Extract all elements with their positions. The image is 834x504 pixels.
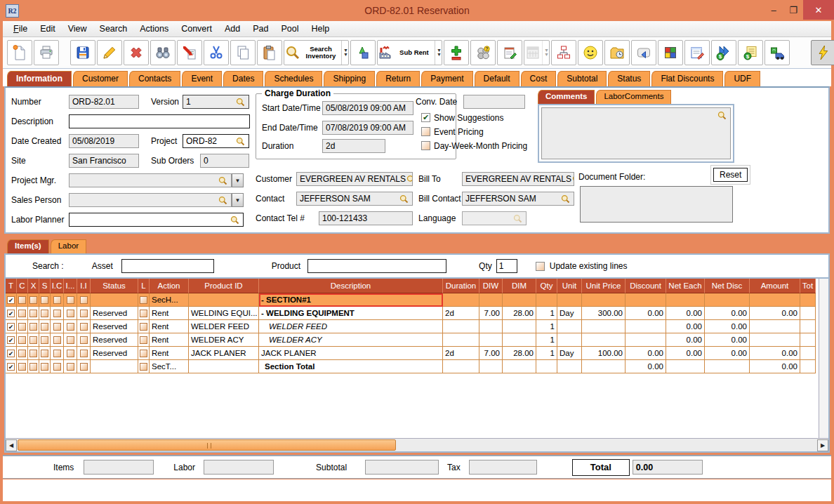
- row-checkbox-ic[interactable]: [53, 336, 61, 344]
- smiley-icon[interactable]: [578, 40, 603, 65]
- row-checkbox-x[interactable]: [29, 336, 37, 344]
- cell-qty[interactable]: 1: [536, 320, 557, 333]
- cell-discount[interactable]: 0.00: [626, 360, 666, 373]
- menu-help[interactable]: Help: [305, 22, 336, 35]
- tab-dates[interactable]: Dates: [223, 71, 263, 86]
- bill-contact-field[interactable]: JEFFERSON SAM: [462, 192, 574, 206]
- cell-diw[interactable]: [479, 320, 503, 333]
- row-checkbox-s[interactable]: [41, 323, 48, 331]
- column-header-status[interactable]: Status: [91, 279, 138, 293]
- row-checkbox-i2[interactable]: [67, 336, 74, 344]
- menu-pad[interactable]: Pad: [246, 22, 274, 35]
- tab-flat-discounts[interactable]: Flat Discounts: [651, 71, 723, 86]
- cell-action[interactable]: Rent: [150, 320, 189, 333]
- cell-unit[interactable]: [557, 293, 582, 307]
- cell-product_id[interactable]: WELDING EQUI...: [189, 307, 259, 320]
- row-checkbox-c[interactable]: [18, 363, 26, 371]
- cell-product_id[interactable]: WELDER ACY: [189, 333, 259, 347]
- row-checkbox-i2[interactable]: [67, 350, 74, 357]
- dropdown-arrow-icon[interactable]: ▼▼: [435, 41, 442, 65]
- cell-qty[interactable]: [536, 360, 557, 373]
- row-checkbox-ii[interactable]: [80, 336, 88, 344]
- dropdown-arrow-icon[interactable]: ▼▼: [542, 41, 549, 65]
- lookup-icon[interactable]: [218, 195, 228, 206]
- column-header-unit[interactable]: Unit: [557, 279, 582, 293]
- column-header-ii[interactable]: I.I: [77, 279, 91, 293]
- cell-net_disc[interactable]: 0.00: [705, 320, 750, 333]
- cell-description[interactable]: - WELDING EQUIPMENT: [259, 307, 443, 320]
- cell-qty[interactable]: 1: [536, 333, 557, 347]
- scroll-left-icon[interactable]: ◀: [6, 439, 17, 451]
- row-checkbox-i2[interactable]: [67, 323, 74, 331]
- cell-net_disc[interactable]: [705, 293, 750, 307]
- row-checkbox-t[interactable]: ✔: [7, 296, 15, 304]
- sales-person-dropdown[interactable]: ▼: [232, 193, 244, 207]
- delete-icon[interactable]: [124, 40, 149, 65]
- cell-product_id[interactable]: [189, 293, 259, 307]
- tab-item-s-[interactable]: Item(s): [7, 239, 49, 253]
- row-checkbox-x[interactable]: [29, 296, 37, 304]
- invoice-dollar-icon[interactable]: $: [738, 40, 763, 65]
- tab-udf[interactable]: UDF: [724, 71, 760, 86]
- cell-discount[interactable]: [626, 293, 666, 307]
- calendar-disabled-icon[interactable]: ▼▼: [524, 40, 550, 65]
- row-checkbox-s[interactable]: [41, 310, 48, 317]
- cell-net_each[interactable]: [666, 360, 705, 373]
- column-header-net_each[interactable]: Net Each: [666, 279, 705, 293]
- duration-field[interactable]: 2d: [322, 139, 385, 153]
- menu-actions[interactable]: Actions: [133, 22, 175, 35]
- cut-icon[interactable]: [204, 40, 229, 65]
- cell-discount[interactable]: 0.00: [626, 307, 666, 320]
- column-header-qty[interactable]: Qty: [536, 279, 557, 293]
- cell-qty[interactable]: 1: [536, 307, 557, 320]
- cell-amount[interactable]: 0.00: [750, 307, 800, 320]
- labor-planner-field[interactable]: [69, 213, 244, 227]
- customer-field[interactable]: EVERGREEN AV RENTALS: [296, 172, 413, 186]
- 3d-shapes-icon[interactable]: [350, 40, 376, 65]
- tab-information[interactable]: Information: [7, 71, 72, 86]
- cell-amount[interactable]: [750, 333, 800, 347]
- cell-duration[interactable]: [443, 293, 479, 307]
- version-field[interactable]: 1: [183, 95, 249, 109]
- cell-unit_price[interactable]: [582, 293, 626, 307]
- cell-description[interactable]: Section Total: [259, 360, 443, 373]
- cell-duration[interactable]: [443, 333, 479, 347]
- cell-status[interactable]: Reserved: [91, 347, 138, 360]
- cell-net_disc[interactable]: 0.00: [705, 347, 750, 360]
- cell-product_id[interactable]: [189, 360, 259, 373]
- cell-unit_price[interactable]: [582, 320, 626, 333]
- availability-icon[interactable]: ?: [470, 40, 496, 65]
- cell-dim[interactable]: 28.00: [503, 307, 536, 320]
- tab-event[interactable]: Event: [182, 71, 222, 86]
- cell-unit[interactable]: Day: [557, 307, 582, 320]
- end-field[interactable]: 07/08/2019 09:00 AM: [322, 121, 413, 135]
- row-checkbox-c[interactable]: [18, 296, 26, 304]
- reset-button[interactable]: Reset: [713, 168, 748, 182]
- scrollbar-thumb[interactable]: [18, 439, 396, 451]
- tab-shipping[interactable]: Shipping: [324, 71, 375, 86]
- column-header-s[interactable]: S: [39, 279, 51, 293]
- cell-diw[interactable]: [479, 333, 503, 347]
- lookup-icon[interactable]: [717, 110, 727, 121]
- tab-contacts[interactable]: Contacts: [129, 71, 180, 86]
- language-field[interactable]: [462, 211, 527, 225]
- row-checkbox-t[interactable]: ✔: [7, 363, 15, 371]
- column-header-t[interactable]: T: [6, 279, 17, 293]
- checkbox-show-suggestions[interactable]: ✔: [421, 113, 430, 122]
- row-checkbox-c[interactable]: [18, 323, 26, 331]
- dropdown-arrow-icon[interactable]: ▼▼: [341, 41, 348, 65]
- cell-discount[interactable]: [626, 333, 666, 347]
- cell-diw[interactable]: [479, 293, 503, 307]
- cube-icon[interactable]: [658, 40, 683, 65]
- tab-status[interactable]: Status: [608, 71, 650, 86]
- menu-view[interactable]: View: [62, 22, 93, 35]
- update-existing-checkbox[interactable]: [536, 262, 545, 271]
- cell-dim[interactable]: [503, 333, 536, 347]
- cell-diw[interactable]: 7.00: [479, 307, 503, 320]
- row-checkbox-ii[interactable]: [80, 323, 88, 331]
- menu-convert[interactable]: Convert: [175, 22, 218, 35]
- tab-labor[interactable]: Labor: [51, 239, 86, 253]
- column-header-diw[interactable]: DIW: [479, 279, 503, 293]
- project-mgr-dropdown[interactable]: ▼: [232, 173, 244, 187]
- row-checkbox-s[interactable]: [41, 363, 48, 371]
